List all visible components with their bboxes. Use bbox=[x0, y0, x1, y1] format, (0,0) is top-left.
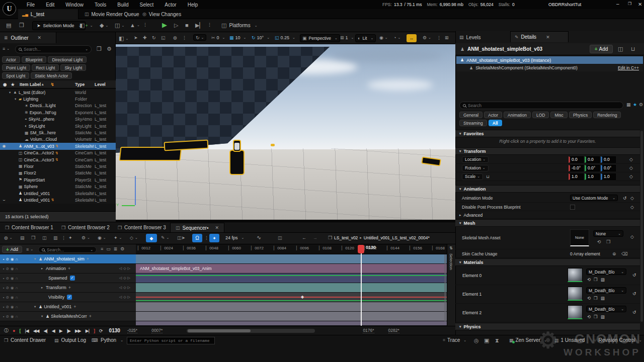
category-chip[interactable]: Animation bbox=[504, 112, 531, 118]
blueprints-button[interactable]: ◆⌄ bbox=[100, 22, 108, 29]
track-add-icon[interactable]: + bbox=[89, 314, 92, 319]
nav-back-icon[interactable]: ← bbox=[302, 235, 306, 240]
outliner-row[interactable]: Floor2 ↯ StaticMe L_test bbox=[0, 170, 116, 176]
track-state-icons[interactable]: ▪⊘◉∩ bbox=[3, 266, 34, 271]
range-out-field[interactable]: 0176* bbox=[363, 328, 374, 333]
outliner-row[interactable]: ▾ L_test (Editor) ↯ World bbox=[0, 89, 116, 96]
lane-skeletalmesh[interactable] bbox=[136, 312, 447, 321]
track-row-skeletalmesh[interactable]: ▪⊘◉∩ ▾ SkeletalMeshCorr+ bbox=[0, 312, 136, 321]
info-icon[interactable]: ⓘ bbox=[4, 327, 8, 334]
outliner-row[interactable]: ANM_s...ot_v03 ↯ SkeletalM L_test bbox=[0, 143, 116, 149]
outliner-row[interactable]: PlayerStart ↯ PlayerSt L_test bbox=[0, 176, 116, 183]
track-add-icon[interactable]: + bbox=[87, 256, 89, 261]
details-settings-icon[interactable]: ⚙ bbox=[639, 102, 643, 107]
outliner-row[interactable]: SkyLight ↯ SkyLight L_test bbox=[0, 123, 116, 129]
seq-camera-icon[interactable]: ◫ bbox=[42, 235, 47, 240]
filter-chip[interactable]: Point Light bbox=[2, 64, 30, 71]
jump-to-end-button[interactable]: ▶| bbox=[86, 328, 89, 333]
visibility-column-icon[interactable]: ◉ bbox=[3, 82, 7, 87]
landscape-button[interactable]: ▲⌄ bbox=[130, 22, 140, 28]
sequencer-tab-close-icon[interactable]: ✕ bbox=[215, 225, 219, 230]
seq-playback-opts-dropdown[interactable]: ✦⌄ bbox=[114, 235, 122, 240]
ue-logo[interactable]: U bbox=[3, 2, 16, 16]
play-reverse-button[interactable]: ◀ bbox=[52, 328, 55, 333]
undo-arrow-icon[interactable]: ↺ bbox=[632, 291, 636, 296]
sequence-breadcrumb[interactable]: ❒ LS_test_v02 ▸ Untitled_v001_LS_test_v0… bbox=[328, 235, 430, 240]
tab-l-test[interactable]: ▂▄ L_test bbox=[18, 9, 78, 19]
animation-section-header[interactable]: ▾Animation bbox=[455, 185, 640, 193]
selection-filter-icon[interactable]: ⇅ bbox=[449, 246, 453, 250]
material-action-icons[interactable]: ⟲❒▨ bbox=[587, 277, 608, 282]
view-dial-dropdown[interactable]: ◔⌄ bbox=[393, 35, 400, 40]
seq-snap-button[interactable]: Ω bbox=[192, 234, 202, 242]
set-end-bracket[interactable]: ] bbox=[94, 328, 95, 333]
filter-chip[interactable]: Static Mesh Actor bbox=[31, 72, 72, 79]
filter-chip[interactable]: Rect Light bbox=[32, 64, 59, 71]
asset-dropdown[interactable]: None⌄ bbox=[593, 230, 623, 237]
lane-scroll-thumb[interactable] bbox=[444, 254, 446, 322]
filter-chip[interactable]: Blueprint bbox=[22, 56, 47, 63]
seq-spawn-icon[interactable]: ✦ bbox=[68, 235, 72, 240]
seq-autokey-button[interactable]: ◆ bbox=[146, 234, 157, 242]
add-actor-button[interactable]: ◧+⌄ bbox=[79, 22, 93, 29]
save-icon[interactable]: ▤ bbox=[6, 22, 11, 29]
seq-edit-dropdown[interactable]: ✎⌄ bbox=[161, 235, 169, 240]
type-column[interactable]: Type bbox=[75, 82, 85, 87]
unsaved-button[interactable]: ▥1 Unsaved bbox=[554, 337, 585, 343]
menu-tools[interactable]: Tools bbox=[89, 2, 112, 8]
timeline-ruler[interactable]: 0012 0024 0036 0048 0060 0072 0084 0096 … bbox=[136, 244, 447, 254]
tab-content-browser-3[interactable]: ❒Content Browser 3 bbox=[113, 223, 171, 232]
python-command-input[interactable] bbox=[127, 337, 215, 344]
category-chip[interactable]: Rendering bbox=[593, 112, 621, 118]
viewport-3d-scene[interactable]: Y bbox=[116, 44, 455, 220]
outliner-row[interactable]: Expon...htFog ↯ Exponent L_test bbox=[0, 109, 116, 116]
breadcrumb-root[interactable]: LS_test_v02 bbox=[334, 235, 358, 240]
world-space-icon[interactable]: ◍ bbox=[173, 35, 177, 40]
material-dropdown[interactable]: M_Death_Blo⌄ bbox=[586, 287, 626, 294]
details-search-input[interactable]: Search bbox=[459, 102, 623, 109]
seq-world-dropdown[interactable]: ◍⌄ bbox=[4, 235, 13, 240]
trace-dropdown[interactable]: ⌗Trace⌄ bbox=[443, 337, 466, 343]
value-y[interactable]: 0.0° bbox=[585, 165, 600, 171]
eye-icon[interactable] bbox=[0, 144, 8, 148]
stop-button[interactable]: ■ bbox=[185, 22, 189, 28]
tab-sequencer[interactable]: ◫ Sequencer• ✕ bbox=[170, 223, 224, 232]
value-x[interactable]: 1.0 bbox=[569, 173, 584, 180]
value-z[interactable]: 0.0° bbox=[601, 165, 616, 171]
cinematics-button[interactable]: ◫⌄ bbox=[115, 22, 124, 29]
curve-editor-icon[interactable]: ∿ bbox=[257, 234, 261, 241]
screen-percentage-button[interactable]: ⊞1⌄ bbox=[340, 35, 354, 40]
zen-server-dropdown[interactable]: ▦ Zen Server⌄ bbox=[509, 337, 547, 343]
track-row-spawned[interactable]: ▪⊘◉∩ Spawned ✓ ◁◇▷ bbox=[0, 274, 136, 283]
keyframe-nav-icons[interactable]: ◁◇▷ bbox=[119, 276, 132, 280]
tab-content-browser-2[interactable]: ❒Content Browser 2 bbox=[56, 223, 115, 232]
reset-diamond-icon[interactable]: ◇ bbox=[629, 157, 633, 162]
undo-arrow-icon[interactable]: ↺ bbox=[623, 196, 627, 201]
advance-button[interactable]: ▶▏ bbox=[195, 22, 204, 29]
transform-axis-dropdown[interactable]: Location⌄ bbox=[462, 156, 489, 163]
transform-section-header[interactable]: ▾Transform bbox=[455, 147, 640, 155]
transform-over-time-button[interactable]: ↔ bbox=[407, 34, 417, 42]
nav-forward-icon[interactable]: → bbox=[313, 235, 317, 240]
track-row-animation[interactable]: ▪⊘◉∩ ▸ Animation+ ◁◇▷ bbox=[0, 264, 136, 274]
value-y[interactable]: 1.0 bbox=[585, 173, 600, 180]
lane-anm[interactable] bbox=[136, 254, 447, 264]
outliner-filter-button[interactable]: ≡⌄ bbox=[3, 46, 10, 51]
reset-diamond-icon[interactable]: ◇ bbox=[629, 165, 633, 170]
use-selected-icon[interactable]: ⟲ bbox=[597, 239, 601, 244]
keyframe-diamond[interactable]: ◆ bbox=[301, 295, 304, 299]
scale-lock-icon[interactable]: ⊔ bbox=[486, 174, 489, 179]
undo-arrow-icon[interactable]: ↺ bbox=[632, 310, 636, 315]
outliner-row[interactable]: Untitled_v001 ↯ SkeletalM L_test bbox=[0, 190, 116, 197]
filter-chip[interactable]: Directional Light bbox=[48, 56, 87, 63]
close-button[interactable]: ✕ bbox=[638, 2, 642, 7]
playhead-line[interactable] bbox=[361, 253, 362, 326]
material-dropdown[interactable]: M_Death_Blo⌄ bbox=[586, 268, 626, 275]
range-in-field[interactable]: -025* bbox=[127, 328, 137, 333]
advanced-row[interactable]: ▸Advanced bbox=[455, 212, 640, 219]
expand-arrow[interactable]: ▾ bbox=[15, 97, 19, 101]
mesh-section-header[interactable]: ▾Mesh bbox=[455, 219, 640, 227]
seq-camera-lock-icon[interactable]: ◫➤ bbox=[177, 235, 185, 240]
outliner-row[interactable]: Floor ↯ StaticMe L_test bbox=[0, 163, 116, 169]
visibility-checkbox[interactable]: ✓ bbox=[67, 295, 72, 300]
